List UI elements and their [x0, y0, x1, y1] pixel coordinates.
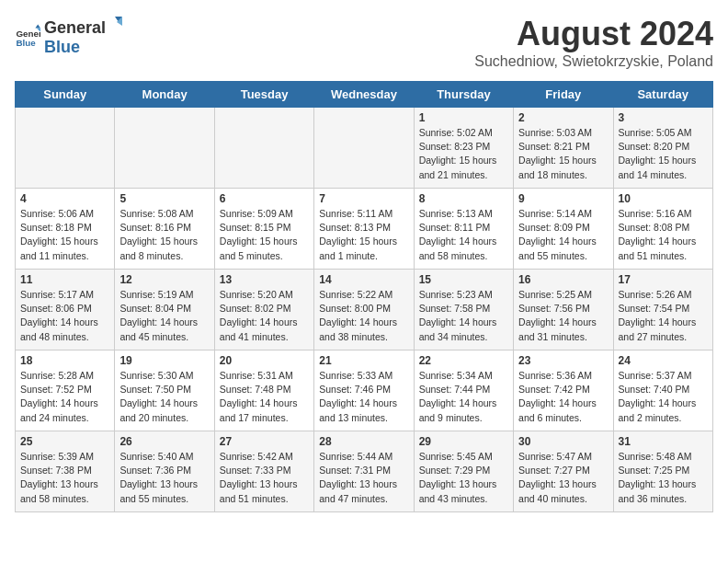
day-detail: Sunrise: 5:36 AM Sunset: 7:42 PM Dayligh…: [518, 369, 608, 425]
day-number: 13: [220, 273, 309, 286]
day-number: 22: [419, 354, 508, 367]
day-number: 3: [619, 111, 708, 124]
calendar-week-5: 25Sunrise: 5:39 AM Sunset: 7:38 PM Dayli…: [16, 431, 713, 512]
calendar-cell: 2Sunrise: 5:03 AM Sunset: 8:21 PM Daylig…: [514, 108, 613, 189]
calendar-cell: 15Sunrise: 5:23 AM Sunset: 7:58 PM Dayli…: [414, 270, 513, 350]
header: General Blue General Blue August 2024 Su…: [15, 15, 713, 70]
day-detail: Sunrise: 5:39 AM Sunset: 7:38 PM Dayligh…: [20, 450, 109, 506]
day-number: 12: [119, 273, 209, 286]
calendar-header: SundayMondayTuesdayWednesdayThursdayFrid…: [16, 82, 713, 108]
day-number: 6: [220, 192, 309, 205]
day-detail: Sunrise: 5:34 AM Sunset: 7:44 PM Dayligh…: [419, 369, 508, 425]
calendar-cell: 10Sunrise: 5:16 AM Sunset: 8:08 PM Dayli…: [613, 189, 712, 270]
day-number: 8: [419, 192, 508, 205]
calendar-cell: 6Sunrise: 5:09 AM Sunset: 8:15 PM Daylig…: [214, 189, 313, 270]
day-detail: Sunrise: 5:05 AM Sunset: 8:20 PM Dayligh…: [619, 126, 708, 182]
day-number: 4: [20, 192, 109, 205]
day-number: 9: [518, 192, 608, 205]
day-detail: Sunrise: 5:45 AM Sunset: 7:29 PM Dayligh…: [419, 450, 508, 506]
day-detail: Sunrise: 5:20 AM Sunset: 8:02 PM Dayligh…: [220, 288, 309, 344]
day-detail: Sunrise: 5:17 AM Sunset: 8:06 PM Dayligh…: [20, 288, 109, 344]
logo-general-text: General: [44, 18, 106, 38]
day-detail: Sunrise: 5:31 AM Sunset: 7:48 PM Dayligh…: [220, 369, 309, 425]
day-number: 23: [518, 354, 608, 367]
day-detail: Sunrise: 5:14 AM Sunset: 8:09 PM Dayligh…: [518, 207, 608, 263]
day-number: 20: [220, 354, 309, 367]
calendar-cell: 4Sunrise: 5:06 AM Sunset: 8:18 PM Daylig…: [16, 189, 115, 270]
day-number: 10: [619, 192, 708, 205]
main-title: August 2024: [474, 15, 713, 53]
day-number: 1: [419, 111, 508, 124]
day-number: 28: [319, 435, 408, 448]
logo-arrow-icon: [106, 15, 124, 33]
day-number: 29: [419, 435, 508, 448]
day-header-saturday: Saturday: [613, 82, 712, 108]
calendar-cell: 26Sunrise: 5:40 AM Sunset: 7:36 PM Dayli…: [115, 431, 214, 512]
day-detail: Sunrise: 5:11 AM Sunset: 8:13 PM Dayligh…: [319, 207, 408, 263]
logo: General Blue General Blue: [15, 15, 124, 57]
calendar-cell: [16, 108, 115, 189]
day-detail: Sunrise: 5:48 AM Sunset: 7:25 PM Dayligh…: [619, 450, 708, 506]
calendar-cell: 14Sunrise: 5:22 AM Sunset: 8:00 PM Dayli…: [314, 270, 414, 350]
calendar-cell: 16Sunrise: 5:25 AM Sunset: 7:56 PM Dayli…: [514, 270, 613, 350]
day-header-thursday: Thursday: [414, 82, 513, 108]
day-number: 7: [319, 192, 408, 205]
calendar-cell: 18Sunrise: 5:28 AM Sunset: 7:52 PM Dayli…: [16, 350, 115, 431]
day-detail: Sunrise: 5:25 AM Sunset: 7:56 PM Dayligh…: [518, 288, 608, 344]
day-detail: Sunrise: 5:47 AM Sunset: 7:27 PM Dayligh…: [518, 450, 608, 506]
day-header-friday: Friday: [514, 82, 613, 108]
day-number: 2: [518, 111, 608, 124]
day-detail: Sunrise: 5:19 AM Sunset: 8:04 PM Dayligh…: [119, 288, 209, 344]
calendar-week-1: 1Sunrise: 5:02 AM Sunset: 8:23 PM Daylig…: [16, 108, 713, 189]
day-number: 25: [20, 435, 109, 448]
day-number: 21: [319, 354, 408, 367]
calendar-cell: 23Sunrise: 5:36 AM Sunset: 7:42 PM Dayli…: [514, 350, 613, 431]
day-number: 24: [619, 354, 708, 367]
calendar-cell: 8Sunrise: 5:13 AM Sunset: 8:11 PM Daylig…: [414, 189, 513, 270]
calendar-cell: [314, 108, 414, 189]
day-detail: Sunrise: 5:22 AM Sunset: 8:00 PM Dayligh…: [319, 288, 408, 344]
calendar-cell: 11Sunrise: 5:17 AM Sunset: 8:06 PM Dayli…: [16, 270, 115, 350]
day-detail: Sunrise: 5:13 AM Sunset: 8:11 PM Dayligh…: [419, 207, 508, 263]
calendar-cell: 20Sunrise: 5:31 AM Sunset: 7:48 PM Dayli…: [214, 350, 313, 431]
day-number: 27: [220, 435, 309, 448]
day-number: 15: [419, 273, 508, 286]
calendar-cell: 5Sunrise: 5:08 AM Sunset: 8:16 PM Daylig…: [115, 189, 214, 270]
day-detail: Sunrise: 5:16 AM Sunset: 8:08 PM Dayligh…: [619, 207, 708, 263]
day-number: 17: [619, 273, 708, 286]
calendar-cell: 9Sunrise: 5:14 AM Sunset: 8:09 PM Daylig…: [514, 189, 613, 270]
day-detail: Sunrise: 5:44 AM Sunset: 7:31 PM Dayligh…: [319, 450, 408, 506]
calendar-cell: 29Sunrise: 5:45 AM Sunset: 7:29 PM Dayli…: [414, 431, 513, 512]
day-detail: Sunrise: 5:03 AM Sunset: 8:21 PM Dayligh…: [518, 126, 608, 182]
day-number: 19: [119, 354, 209, 367]
calendar-table: SundayMondayTuesdayWednesdayThursdayFrid…: [15, 81, 713, 512]
calendar-cell: 13Sunrise: 5:20 AM Sunset: 8:02 PM Dayli…: [214, 270, 313, 350]
svg-marker-2: [35, 24, 40, 28]
calendar-cell: 31Sunrise: 5:48 AM Sunset: 7:25 PM Dayli…: [613, 431, 712, 512]
calendar-body: 1Sunrise: 5:02 AM Sunset: 8:23 PM Daylig…: [16, 108, 713, 512]
day-number: 16: [518, 273, 608, 286]
day-detail: Sunrise: 5:42 AM Sunset: 7:33 PM Dayligh…: [220, 450, 309, 506]
day-header-sunday: Sunday: [16, 82, 115, 108]
day-detail: Sunrise: 5:08 AM Sunset: 8:16 PM Dayligh…: [119, 207, 209, 263]
calendar-cell: [115, 108, 214, 189]
calendar-cell: 22Sunrise: 5:34 AM Sunset: 7:44 PM Dayli…: [414, 350, 513, 431]
day-detail: Sunrise: 5:06 AM Sunset: 8:18 PM Dayligh…: [20, 207, 109, 263]
day-header-wednesday: Wednesday: [314, 82, 414, 108]
day-number: 26: [119, 435, 209, 448]
calendar-cell: 12Sunrise: 5:19 AM Sunset: 8:04 PM Dayli…: [115, 270, 214, 350]
logo-blue-text: Blue: [44, 38, 124, 57]
svg-text:Blue: Blue: [16, 38, 36, 48]
day-detail: Sunrise: 5:33 AM Sunset: 7:46 PM Dayligh…: [319, 369, 408, 425]
day-number: 11: [20, 273, 109, 286]
calendar-cell: 21Sunrise: 5:33 AM Sunset: 7:46 PM Dayli…: [314, 350, 414, 431]
subtitle: Suchedniow, Swietokrzyskie, Poland: [474, 53, 713, 70]
day-detail: Sunrise: 5:23 AM Sunset: 7:58 PM Dayligh…: [419, 288, 508, 344]
calendar-cell: 24Sunrise: 5:37 AM Sunset: 7:40 PM Dayli…: [613, 350, 712, 431]
logo-icon: General Blue: [15, 23, 40, 49]
title-area: August 2024 Suchedniow, Swietokrzyskie, …: [474, 15, 713, 70]
calendar-cell: [214, 108, 313, 189]
day-number: 18: [20, 354, 109, 367]
day-detail: Sunrise: 5:09 AM Sunset: 8:15 PM Dayligh…: [220, 207, 309, 263]
day-detail: Sunrise: 5:40 AM Sunset: 7:36 PM Dayligh…: [119, 450, 209, 506]
